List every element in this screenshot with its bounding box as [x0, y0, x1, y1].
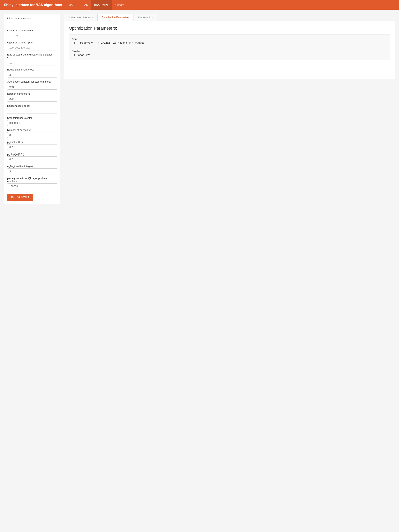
field-input-0[interactable] [7, 21, 57, 26]
field-input-7[interactable] [7, 108, 57, 114]
navbar: Shiny interface for BAS algorithms BASBS… [0, 0, 399, 10]
field-label-11: p_step(in [0,1)): [7, 153, 57, 156]
field-input-10[interactable] [7, 144, 57, 150]
content-area: Optimization ProgressOptimization Parame… [64, 14, 395, 79]
field-label-7: Random seed-seed: [7, 104, 57, 107]
field-input-1[interactable] [7, 33, 57, 38]
field-input-8[interactable] [7, 120, 57, 126]
form-group-1: Lower of params-lower: [7, 29, 57, 38]
field-input-12[interactable] [7, 168, 57, 174]
field-label-9: Number of beetles-k: [7, 128, 57, 132]
field-input-9[interactable] [7, 132, 57, 138]
form-group-10: p_min(in [0,1)): [7, 141, 57, 150]
nav-menu: BASBSASBSAS-WPTAuthors [66, 0, 127, 10]
field-label-4: Beetle step length-step: [7, 68, 57, 71]
nav-item-bsas: BSAS [77, 0, 91, 10]
field-input-5[interactable] [7, 84, 57, 89]
nav-link-authors[interactable]: Authors [112, 0, 127, 10]
field-input-11[interactable] [7, 156, 57, 162]
field-label-6: Iteration numbers-n: [7, 92, 57, 95]
form-group-6: Iteration numbers-n: [7, 92, 57, 102]
field-label-10: p_min(in [0,1)): [7, 141, 57, 144]
tab-optimization-parameters[interactable]: Optimization Parameters [97, 14, 134, 21]
field-input-3[interactable] [7, 60, 57, 65]
field-label-3: ratio of step-size and searching distanc… [7, 53, 57, 59]
output-box: $par [1] 13.882270 7.434164 42.094999 17… [69, 34, 390, 60]
form-group-13: penalty conefficient(A lager positive nu… [7, 177, 57, 189]
field-label-2: Upper of params-upper: [7, 41, 57, 44]
field-label-1: Lower of params-lower: [7, 29, 57, 32]
app-title: Shiny interface for BAS algorithms [0, 0, 66, 10]
field-input-2[interactable] [7, 45, 57, 51]
main-container: Initial parameters-init:Lower of params-… [0, 10, 399, 208]
nav-item-bas: BAS [66, 0, 77, 10]
nav-link-bsas-wpt[interactable]: BSAS-WPT [91, 0, 111, 10]
form-group-3: ratio of step-size and searching distanc… [7, 53, 57, 65]
form-group-2: Upper of params-upper: [7, 41, 57, 51]
tab-optimization-progress[interactable]: Optimization Progress [64, 14, 97, 21]
form-group-4: Beetle step length-step: [7, 68, 57, 77]
tab-content-panel: Optimization Parameters: $par [1] 13.882… [64, 21, 395, 79]
field-label-13: penalty conefficient(A lager positive nu… [7, 177, 57, 183]
form-group-5: Attenuation constant for step-eta_step: [7, 80, 57, 89]
form-group-9: Number of beetles-k: [7, 128, 57, 138]
form-group-8: Step tolerance-steptol: [7, 116, 57, 126]
panel-heading: Optimization Parameters: [69, 26, 390, 31]
form-group-0: Initial parameters-init: [7, 17, 57, 26]
sidebar: Initial parameters-init:Lower of params-… [4, 14, 60, 204]
tab-progress-plot[interactable]: Progress Plot [134, 14, 157, 21]
form-group-11: p_step(in [0,1)): [7, 153, 57, 162]
nav-link-bas[interactable]: BAS [66, 0, 77, 10]
nav-item-authors: Authors [112, 0, 127, 10]
field-input-13[interactable] [7, 184, 57, 189]
field-input-6[interactable] [7, 96, 57, 102]
field-label-8: Step tolerance-steptol: [7, 116, 57, 119]
field-label-12: n_flag(positive integer): [7, 165, 57, 168]
field-label-5: Attenuation constant for step-eta_step: [7, 80, 57, 83]
field-label-0: Initial parameters-init: [7, 17, 57, 20]
nav-item-bsas-wpt: BSAS-WPT [91, 0, 111, 10]
field-input-4[interactable] [7, 72, 57, 77]
nav-link-bsas[interactable]: BSAS [77, 0, 91, 10]
form-group-7: Random seed-seed: [7, 104, 57, 114]
form-group-12: n_flag(positive integer): [7, 165, 57, 174]
run-bas-wpt-button[interactable]: Run BAS-WPT [7, 194, 33, 201]
tabs-bar: Optimization ProgressOptimization Parame… [64, 14, 395, 21]
